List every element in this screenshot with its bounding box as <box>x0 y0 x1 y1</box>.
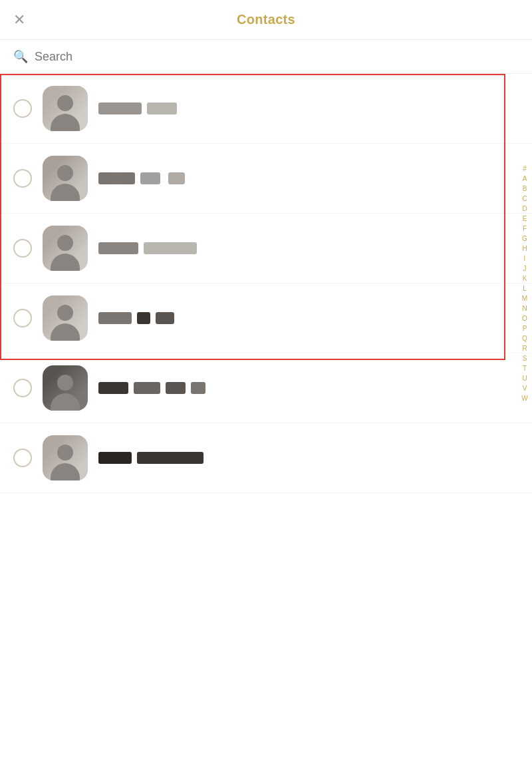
radio-button[interactable] <box>13 379 32 397</box>
alpha-hash[interactable]: # <box>523 164 527 174</box>
avatar <box>43 156 88 201</box>
list-item[interactable] <box>0 144 532 214</box>
list-item[interactable] <box>0 423 532 493</box>
alpha-k[interactable]: K <box>523 274 527 284</box>
radio-button[interactable] <box>13 169 32 188</box>
alpha-v[interactable]: V <box>523 383 527 393</box>
header: ✕ Contacts <box>0 0 532 40</box>
alpha-c[interactable]: C <box>522 194 527 204</box>
search-icon: 🔍 <box>13 49 28 64</box>
alpha-t[interactable]: T <box>523 363 527 373</box>
alpha-j[interactable]: J <box>523 264 527 274</box>
alpha-b[interactable]: B <box>523 184 527 194</box>
contact-name <box>98 382 205 394</box>
alpha-i[interactable]: I <box>524 254 526 264</box>
list-item[interactable] <box>0 284 532 353</box>
contact-name <box>98 242 197 254</box>
alpha-l[interactable]: L <box>523 284 527 293</box>
avatar <box>43 365 88 411</box>
alphabet-sidebar: # A B C D E F G H I J K L M N O P Q R S … <box>517 74 532 493</box>
radio-button[interactable] <box>13 309 32 327</box>
radio-button[interactable] <box>13 99 32 118</box>
close-button[interactable]: ✕ <box>13 13 25 27</box>
alpha-s[interactable]: S <box>523 353 527 363</box>
search-bar: 🔍 <box>0 40 532 74</box>
alpha-w[interactable]: W <box>521 393 527 403</box>
avatar <box>43 295 88 341</box>
list-item[interactable] <box>0 353 532 423</box>
list-item[interactable] <box>0 214 532 284</box>
alpha-f[interactable]: F <box>523 224 527 234</box>
alpha-a[interactable]: A <box>523 174 527 184</box>
list-item[interactable] <box>0 74 532 144</box>
search-input[interactable] <box>35 50 519 64</box>
alpha-u[interactable]: U <box>522 373 527 383</box>
radio-button[interactable] <box>13 449 32 467</box>
avatar <box>43 435 88 480</box>
alpha-q[interactable]: Q <box>522 333 527 343</box>
alpha-h[interactable]: H <box>522 244 527 254</box>
alpha-g[interactable]: G <box>522 234 527 244</box>
avatar <box>43 226 88 271</box>
page-title: Contacts <box>237 12 295 27</box>
contact-name <box>98 102 177 114</box>
contact-name <box>98 172 185 184</box>
contact-list: # A B C D E F G H I J K L M N O P Q R S … <box>0 74 532 493</box>
alpha-o[interactable]: O <box>522 313 527 323</box>
alpha-n[interactable]: N <box>522 303 527 313</box>
alpha-e[interactable]: E <box>523 214 527 224</box>
alpha-d[interactable]: D <box>522 204 527 214</box>
contact-name <box>98 312 174 324</box>
avatar <box>43 86 88 131</box>
alpha-m[interactable]: M <box>522 293 527 303</box>
alpha-p[interactable]: P <box>523 323 527 333</box>
contact-name <box>98 452 203 464</box>
alpha-r[interactable]: R <box>522 343 527 353</box>
radio-button[interactable] <box>13 239 32 258</box>
